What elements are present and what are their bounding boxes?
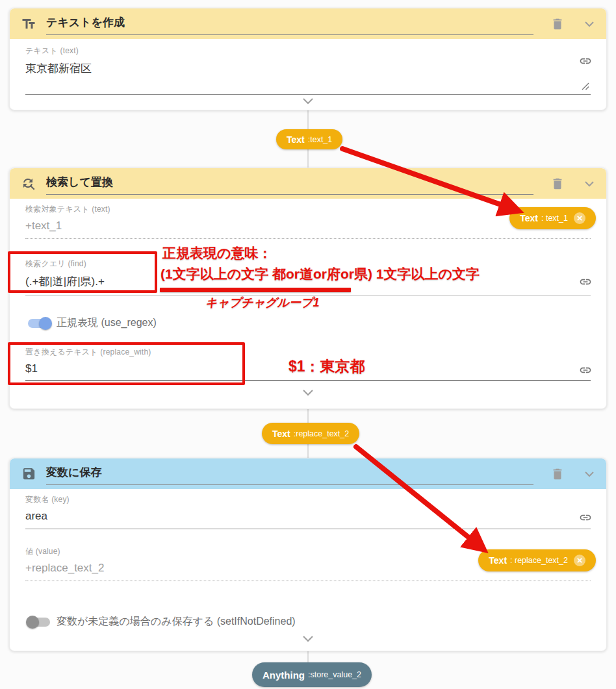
- variable-chip-text-1[interactable]: Text: text_1: [509, 207, 596, 229]
- highlight-box-find-query: [8, 251, 157, 293]
- text-input[interactable]: 東京都新宿区: [25, 56, 591, 95]
- variable-chip-replace-text-2[interactable]: Text: replace_text_2: [478, 549, 596, 571]
- annotation-regex-meaning-body: (1文字以上の文字 都or道or府or県) 1文字以上の文字: [160, 265, 480, 283]
- use-regex-row: 正規表現 (use_regex): [25, 316, 591, 330]
- block-title[interactable]: テキストを作成: [46, 12, 533, 35]
- chip-name: : replace_text_2: [510, 556, 568, 565]
- chip-type: Text: [489, 555, 507, 566]
- link-icon[interactable]: [579, 275, 592, 291]
- resize-handle-icon[interactable]: [582, 81, 589, 93]
- trash-icon[interactable]: [550, 467, 565, 481]
- pill-type: Text: [287, 134, 305, 145]
- use-regex-toggle[interactable]: [28, 319, 50, 328]
- find-replace-icon: [20, 175, 37, 192]
- output-pill-text-1[interactable]: Text:text_1: [276, 129, 342, 149]
- block-title[interactable]: 変数に保存: [46, 462, 533, 485]
- expand-chevron-icon[interactable]: [10, 635, 606, 642]
- annotation-dollar1: $1：東京都: [289, 357, 365, 377]
- output-pill-replace-text-2[interactable]: Text:replace_text_2: [262, 423, 359, 444]
- block-header: 変数に保存: [10, 458, 606, 489]
- pill-type: Text: [272, 429, 290, 439]
- link-icon[interactable]: [579, 511, 592, 527]
- block-header: 検索して置換: [10, 168, 606, 199]
- field-label: 検索対象テキスト (text): [25, 204, 591, 215]
- block-create-text: テキストを作成 テキスト (text) 東京都新宿区: [9, 8, 607, 110]
- close-circle-icon[interactable]: [574, 555, 585, 566]
- link-icon[interactable]: [579, 364, 592, 379]
- highlight-box-replace-with: [8, 342, 245, 385]
- field-search-target: 検索対象テキスト (text) +text_1: [25, 204, 591, 239]
- toggle-label: 変数が未定義の場合のみ保存する (setIfNotDefined): [57, 615, 296, 629]
- field-key: 変数名 (key) area: [25, 494, 591, 529]
- output-pill-store-value-2[interactable]: Anything:store_value_2: [252, 662, 372, 687]
- pill-type: Anything: [263, 670, 305, 681]
- pill-name: :text_1: [308, 135, 333, 144]
- chevron-down-icon[interactable]: [584, 181, 595, 187]
- trash-icon[interactable]: [550, 17, 565, 31]
- expand-chevron-icon[interactable]: [10, 389, 606, 396]
- set-if-not-defined-toggle[interactable]: [28, 618, 50, 627]
- block-header: テキストを作成: [10, 8, 606, 39]
- pill-name: :replace_text_2: [294, 429, 349, 438]
- annotation-capture-group: キャプチャグループ1: [205, 295, 319, 310]
- block-title[interactable]: 検索して置換: [46, 172, 533, 195]
- pill-name: :store_value_2: [308, 670, 361, 679]
- workflow-canvas: テキストを作成 テキスト (text) 東京都新宿区 Text:text_1: [0, 0, 616, 689]
- annotation-regex-meaning-title: 正規表現の意味：: [162, 244, 272, 262]
- key-input[interactable]: area: [25, 505, 591, 529]
- search-target-input[interactable]: +text_1: [25, 215, 591, 239]
- save-icon: [20, 466, 37, 482]
- close-circle-icon[interactable]: [574, 212, 585, 224]
- text-fields-icon: [20, 16, 37, 32]
- toggle-label: 正規表現 (use_regex): [57, 316, 157, 330]
- annotation-underline: [160, 288, 351, 292]
- chip-type: Text: [520, 213, 538, 223]
- expand-chevron-icon[interactable]: [10, 97, 606, 105]
- chip-name: : text_1: [541, 214, 568, 223]
- set-if-not-defined-row: 変数が未定義の場合のみ保存する (setIfNotDefined): [25, 615, 591, 629]
- field-label: 変数名 (key): [25, 494, 591, 505]
- field-text: テキスト (text) 東京都新宿区: [25, 45, 591, 95]
- trash-icon[interactable]: [550, 177, 565, 191]
- link-icon[interactable]: [579, 55, 592, 70]
- chevron-down-icon[interactable]: [584, 21, 595, 27]
- field-label: テキスト (text): [25, 45, 591, 56]
- block-store-variable: 変数に保存 変数名 (key) area 値 (value) +replace_…: [9, 458, 607, 651]
- chevron-down-icon[interactable]: [584, 471, 595, 477]
